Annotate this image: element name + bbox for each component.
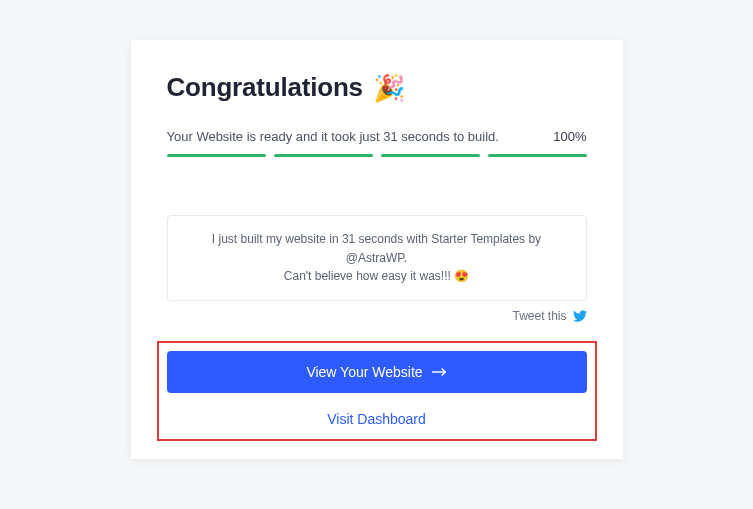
tweet-text-line2: Can't believe how easy it was!!! [284,269,451,283]
title-row: Congratulations 🎉 [167,72,587,103]
status-row: Your Website is ready and it took just 3… [167,129,587,144]
progress-segment [274,154,373,157]
progress-bar [167,154,587,157]
action-buttons-highlight: View Your Website Visit Dashboard [157,341,597,441]
party-popper-icon: 🎉 [373,75,405,101]
page-title: Congratulations [167,72,363,103]
view-website-label: View Your Website [306,364,422,380]
progress-segment [167,154,266,157]
visit-dashboard-button[interactable]: Visit Dashboard [167,405,587,431]
status-message: Your Website is ready and it took just 3… [167,129,499,144]
arrow-right-icon [431,367,447,377]
progress-percent: 100% [553,129,586,144]
tweet-this-link[interactable]: Tweet this [167,309,587,323]
tweet-message-box: I just built my website in 31 seconds wi… [167,215,587,301]
progress-segment [381,154,480,157]
progress-segment [488,154,587,157]
tweet-text-line1: I just built my website in 31 seconds wi… [212,232,541,265]
twitter-icon [573,309,587,323]
congratulations-card: Congratulations 🎉 Your Website is ready … [131,40,623,459]
view-website-button[interactable]: View Your Website [167,351,587,393]
heart-eyes-icon: 😍 [454,269,469,283]
tweet-this-label: Tweet this [512,309,566,323]
